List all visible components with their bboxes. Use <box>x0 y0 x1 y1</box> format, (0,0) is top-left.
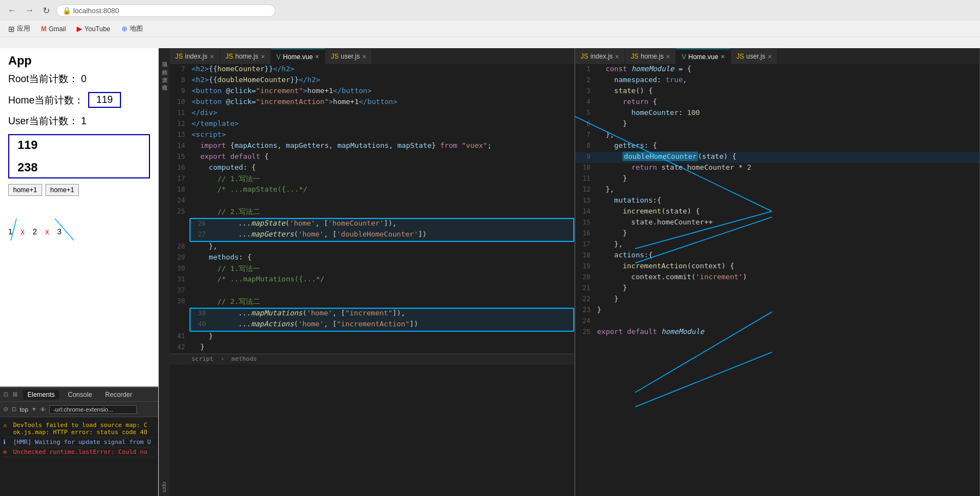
user-counter-value: 1 <box>81 116 87 126</box>
right-tab-home-js[interactable]: JS home.js ✕ <box>625 49 676 64</box>
refresh-button[interactable]: ↻ <box>41 4 52 17</box>
top-label[interactable]: top <box>20 406 28 413</box>
anno-num-1: 1 <box>8 227 13 236</box>
anno-num-3: 3 <box>57 227 62 236</box>
right-tab-js-icon-1: JS <box>581 53 589 60</box>
right-tab-home-js-label: home.js <box>641 53 664 60</box>
tab-js-icon: JS <box>175 53 183 60</box>
console-filter[interactable] <box>49 405 137 414</box>
preview-content: App Root当前计数： 0 Home当前计数： User当前计数： 1 11… <box>0 48 158 218</box>
r-code-line-8: 8 getters: { <box>575 141 980 152</box>
code-line-14: 14 import {mapActions, mapGetters, mapMu… <box>170 141 574 152</box>
anno-x-2: x <box>45 227 49 236</box>
right-tab-home-js-close[interactable]: ✕ <box>666 54 670 60</box>
right-tab-home-vue[interactable]: V Home.vue ✕ <box>676 49 731 64</box>
console-line-info: ℹ [HMR] Waiting for update signal from U <box>3 437 155 447</box>
right-tab-home-vue-close[interactable]: ✕ <box>720 54 725 60</box>
annotation-arrows <box>0 218 153 262</box>
bookmark-apps[interactable]: ⊞ 应用 <box>5 23 33 34</box>
code-line-7: 7<h2>{{homeCounter}}</h2> <box>170 65 574 76</box>
address-bar[interactable]: 🔒 localhost:8080 <box>56 4 275 17</box>
annotations: 1 x 2 x 3 <box>0 218 158 387</box>
code-line-38: 38 // 2.写法二 <box>170 297 574 308</box>
left-editor-tabs: JS index.js ✕ JS home.js ✕ V Home.vue ✕ … <box>170 48 574 65</box>
right-tab-index-js-close[interactable]: ✕ <box>615 54 619 60</box>
anno-x-1: x <box>21 227 25 236</box>
code-line-24: 24 <box>170 196 574 207</box>
code-line-breadcrumb: script › methods <box>170 354 574 365</box>
tab-elements[interactable]: Elements <box>23 390 59 400</box>
code-line-42: 42 } <box>170 343 574 354</box>
sidebar-vertical: 项目 结构 调文 收藏 npm <box>159 48 170 496</box>
bookmark-youtube[interactable]: ▶ YouTube <box>74 24 113 34</box>
code-line-10: 10<button @click="incrementAction">home+… <box>170 97 574 108</box>
user-counter-label: User当前计数： <box>8 116 78 126</box>
counter-display: 119 238 <box>8 134 150 178</box>
bookmark-apps-label: 应用 <box>17 24 30 33</box>
increment-button-2[interactable]: home+1 <box>45 184 79 196</box>
bookmark-maps-label: 地图 <box>130 24 143 33</box>
left-tab-home-vue[interactable]: V Home.vue ✕ <box>271 49 326 64</box>
r-code-line-16: 16 } <box>575 229 980 240</box>
code-line-28: 28 }, <box>170 242 574 253</box>
code-line-29: 29 methods: { <box>170 253 574 264</box>
right-code-body: 1 const homeModule = { 2 namespaced: tru… <box>575 65 980 496</box>
bookmark-maps[interactable]: ⊕ 地图 <box>119 23 146 34</box>
code-editors: JS index.js ✕ JS home.js ✕ V Home.vue ✕ … <box>170 48 980 496</box>
highlight-methods-block: 39 ...mapMutations('home', ["increment"]… <box>189 308 574 332</box>
devtools-tabs-bar: ⊡ ⊠ Elements Console Recorder <box>0 388 158 402</box>
r-code-line-10: 10 return state.homeCounter * 2 <box>575 163 980 174</box>
right-tab-index-js[interactable]: JS index.js ✕ <box>575 49 626 64</box>
console-error-text: Unchecked runtime.lastError: Could no <box>13 448 147 455</box>
r-code-line-4: 4 return { <box>575 97 980 108</box>
left-tab-home-js-close[interactable]: ✕ <box>261 54 265 60</box>
browser-preview: App Root当前计数： 0 Home当前计数： User当前计数： 1 11… <box>0 48 159 496</box>
sidebar-item-npm[interactable]: npm <box>162 480 168 494</box>
left-tab-home-js-label: home.js <box>235 53 258 60</box>
error-icon: ⊗ <box>3 448 10 455</box>
code-line-39: 39 ...mapMutations('home', ["increment"]… <box>191 309 573 320</box>
r-code-line-12: 12 }, <box>575 185 980 196</box>
r-code-line-6: 6 } <box>575 119 980 130</box>
tab-console[interactable]: Console <box>64 390 96 400</box>
right-tab-user-js-close[interactable]: ✕ <box>768 54 772 60</box>
warn-icon: ⚠ <box>3 422 10 429</box>
button-group: home+1 home+1 <box>8 184 150 196</box>
tab-recorder[interactable]: Recorder <box>101 390 136 400</box>
right-tab-user-js[interactable]: JS user.js ✕ <box>731 49 778 64</box>
code-line-8: 8<h2>{{doubleHomeCounter}}</h2> <box>170 76 574 86</box>
left-editor: JS index.js ✕ JS home.js ✕ V Home.vue ✕ … <box>170 48 575 496</box>
bookmark-gmail[interactable]: M Gmail <box>38 24 68 34</box>
r-code-line-24: 24 <box>575 316 980 327</box>
left-tab-home-js[interactable]: JS home.js ✕ <box>220 49 271 64</box>
home-counter-label: Home当前计数： <box>8 94 84 107</box>
r-code-line-17: 17 }, <box>575 240 980 251</box>
home-counter-input[interactable] <box>88 92 121 108</box>
forward-button[interactable]: → <box>23 4 36 16</box>
code-line-13: 13<script> <box>170 130 574 141</box>
r-code-line-5: 5 homeCounter: 100 <box>575 108 980 119</box>
left-tab-index-js[interactable]: JS index.js ✕ <box>170 49 220 64</box>
left-tab-home-vue-close[interactable]: ✕ <box>315 54 319 60</box>
r-code-line-20: 20 context.commit('increment') <box>575 273 980 284</box>
left-code-body: 7<h2>{{homeCounter}}</h2> 8<h2>{{doubleH… <box>170 65 574 496</box>
right-editor-tabs: JS index.js ✕ JS home.js ✕ V Home.vue ✕ … <box>575 48 980 65</box>
back-button[interactable]: ← <box>5 4 19 16</box>
code-line-18: 18 /* ...mapState({...*/ <box>170 185 574 196</box>
sidebar-item-debug[interactable]: 调文 <box>160 71 168 74</box>
r-code-line-7: 7 }, <box>575 130 980 141</box>
sidebar-item-structure[interactable]: 结构 <box>160 64 168 67</box>
info-icon: ℹ <box>3 439 10 446</box>
r-code-line-21: 21 } <box>575 284 980 295</box>
right-tab-user-js-label: user.js <box>746 53 765 60</box>
home-counter: Home当前计数： <box>8 92 150 108</box>
r-code-line-13: 13 mutations:{ <box>575 196 980 207</box>
left-tab-index-js-close[interactable]: ✕ <box>210 54 214 60</box>
left-tab-user-js-close[interactable]: ✕ <box>362 54 366 60</box>
sidebar-item-project[interactable]: 项目 <box>160 56 168 59</box>
sidebar-item-favorites[interactable]: 收藏 <box>160 79 168 82</box>
increment-button-1[interactable]: home+1 <box>8 184 42 196</box>
app-title: App <box>8 54 150 68</box>
left-tab-user-js[interactable]: JS user.js ✕ <box>325 49 372 64</box>
devtools-bottom: ⊡ ⊠ Elements Console Recorder ⊘ ⊡ top ▼ … <box>0 387 158 496</box>
